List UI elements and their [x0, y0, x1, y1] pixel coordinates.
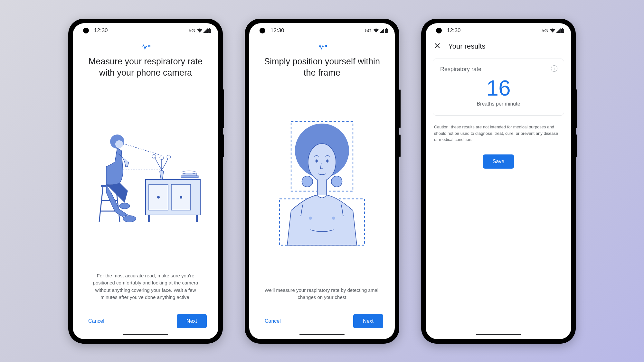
pulse-icon	[82, 44, 209, 51]
svg-point-6	[157, 196, 160, 199]
svg-line-16	[123, 144, 162, 155]
svg-point-37	[326, 160, 328, 163]
svg-point-25	[123, 216, 136, 222]
status-time: 12:30	[447, 27, 461, 34]
svg-rect-40	[561, 29, 564, 33]
screen-results: 12:30 5G Your results Respiratory rate i…	[426, 23, 571, 339]
svg-point-7	[180, 196, 182, 199]
camera-hole	[260, 28, 265, 33]
phone-side-button	[223, 89, 224, 128]
nav-pill[interactable]	[299, 334, 345, 335]
save-button[interactable]: Save	[483, 154, 514, 169]
svg-point-24	[115, 140, 123, 148]
svg-point-33	[308, 144, 336, 181]
network-label: 5G	[189, 28, 195, 33]
info-icon[interactable]: i	[551, 65, 557, 72]
status-time: 12:30	[94, 27, 108, 34]
phone-side-button	[399, 135, 401, 157]
next-button[interactable]: Next	[177, 314, 207, 328]
cancel-button[interactable]: Cancel	[261, 315, 285, 327]
svg-rect-28	[386, 28, 387, 29]
page-title: Your results	[448, 42, 485, 51]
header-row: Your results	[426, 38, 571, 57]
person-sitting-illustration	[88, 128, 204, 225]
nav-pill[interactable]	[123, 334, 168, 335]
wifi-icon	[197, 28, 203, 33]
onboarding-heading: Simply position yourself within the fram…	[259, 56, 385, 79]
signal-icon	[556, 28, 561, 33]
network-label: 5G	[542, 28, 548, 33]
status-right: 5G	[542, 28, 564, 33]
person-framed-illustration	[264, 118, 380, 249]
button-row: Cancel Next	[259, 314, 385, 331]
button-row: Cancel Next	[82, 314, 209, 331]
signal-icon	[203, 28, 208, 33]
result-card: Respiratory rate i 16 Breaths per minute	[433, 59, 564, 116]
content-area: Simply position yourself within the fram…	[249, 38, 395, 339]
status-icons	[197, 28, 211, 33]
status-right: 5G	[365, 28, 388, 33]
onboarding-description: For the most accurate read, make sure yo…	[82, 272, 209, 301]
status-icons	[550, 28, 564, 33]
svg-point-39	[332, 217, 335, 220]
svg-point-34	[302, 176, 313, 187]
svg-rect-10	[181, 176, 198, 178]
phone-mockup-2: 12:30 5G Simply position yourself within…	[245, 19, 399, 344]
onboarding-description: We'll measure your respiratory rate by d…	[259, 287, 385, 301]
status-bar: 12:30 5G	[249, 23, 395, 38]
svg-point-36	[316, 160, 318, 163]
status-bar: 12:30 5G	[426, 23, 571, 38]
cancel-button[interactable]: Cancel	[84, 315, 108, 327]
content-area: Measure your respiratory rate with your …	[73, 38, 218, 339]
save-row: Save	[426, 149, 571, 174]
screen-onboarding-1: 12:30 5G Measure your respiratory rate w…	[73, 23, 218, 339]
screen-onboarding-2: 12:30 5G Simply position yourself within…	[249, 23, 395, 339]
result-value: 16	[440, 76, 557, 100]
phone-side-button	[576, 89, 577, 128]
svg-rect-41	[562, 28, 563, 29]
svg-line-19	[99, 186, 103, 222]
svg-point-2	[149, 45, 150, 47]
battery-icon	[385, 28, 388, 33]
battery-icon	[208, 28, 211, 33]
illustration-framing	[259, 88, 385, 279]
status-bar: 12:30 5G	[73, 23, 218, 38]
nav-pill[interactable]	[476, 334, 521, 335]
phone-side-button	[399, 89, 401, 128]
svg-point-26	[119, 203, 130, 209]
camera-hole	[436, 28, 442, 33]
svg-point-29	[325, 45, 327, 47]
wifi-icon	[550, 28, 555, 33]
camera-hole	[83, 28, 89, 33]
result-card-title: Respiratory rate	[440, 66, 557, 73]
wifi-icon	[373, 28, 379, 33]
close-button[interactable]	[433, 41, 442, 51]
status-time: 12:30	[270, 27, 284, 34]
svg-rect-27	[385, 29, 388, 33]
phone-mockup-1: 12:30 5G Measure your respiratory rate w…	[68, 19, 223, 344]
onboarding-heading: Measure your respiratory rate with your …	[82, 56, 209, 79]
phone-side-button	[576, 135, 577, 157]
network-label: 5G	[365, 28, 372, 33]
close-icon	[434, 42, 440, 49]
next-button[interactable]: Next	[353, 314, 383, 328]
svg-point-38	[309, 217, 312, 220]
illustration-sitting	[82, 88, 209, 265]
result-unit: Breaths per minute	[440, 101, 557, 107]
svg-rect-0	[208, 29, 211, 33]
phone-side-button	[223, 135, 224, 157]
svg-rect-8	[148, 215, 150, 222]
caution-text: Caution: these results are not intended …	[426, 117, 571, 149]
svg-point-13	[152, 154, 156, 158]
battery-icon	[561, 28, 564, 33]
status-right: 5G	[189, 28, 211, 33]
svg-rect-1	[209, 28, 210, 29]
phone-mockup-3: 12:30 5G Your results Respiratory rate i…	[421, 19, 576, 344]
pulse-icon	[259, 44, 385, 51]
status-icons	[373, 28, 388, 33]
svg-point-35	[331, 176, 342, 187]
svg-point-14	[167, 155, 171, 159]
signal-icon	[380, 28, 384, 33]
svg-rect-9	[196, 215, 198, 222]
